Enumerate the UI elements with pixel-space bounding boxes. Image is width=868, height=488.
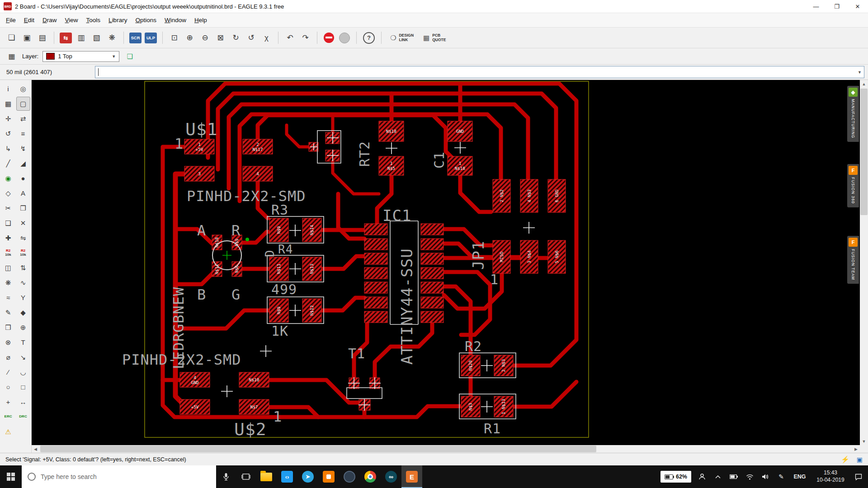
smd-pad[interactable] bbox=[421, 239, 443, 250]
microphone-icon[interactable] bbox=[216, 465, 236, 488]
vertical-scroll-thumb[interactable] bbox=[860, 89, 868, 215]
show-tool[interactable]: ◎ bbox=[16, 82, 30, 96]
open-icon[interactable]: ❏ bbox=[5, 31, 19, 45]
origin-cross-marker[interactable] bbox=[222, 251, 231, 260]
silk-label[interactable]: C1 bbox=[431, 151, 447, 169]
command-input[interactable]: ▼ bbox=[95, 66, 864, 78]
taskbar-app-infinity[interactable]: ∞ bbox=[381, 465, 401, 488]
silk-label[interactable]: PINHD-2X2-SMD bbox=[122, 351, 241, 368]
rotate-tool[interactable]: ↺ bbox=[1, 127, 15, 141]
action-center-icon[interactable] bbox=[854, 468, 863, 486]
print-icon[interactable]: ▤ bbox=[35, 31, 49, 45]
command-dropdown-icon[interactable]: ▼ bbox=[858, 70, 862, 75]
smd-pad[interactable] bbox=[421, 267, 443, 279]
smd-pad[interactable] bbox=[421, 224, 443, 235]
value-tool[interactable]: R210k bbox=[16, 246, 30, 260]
silk-label[interactable]: 499 bbox=[271, 282, 297, 297]
redo-icon[interactable]: ↷ bbox=[298, 31, 312, 45]
miter-tool[interactable]: ◢ bbox=[16, 156, 30, 170]
design-link-button[interactable]: ❍DESIGNLINK bbox=[386, 32, 418, 44]
meander-tool[interactable]: ≈ bbox=[1, 291, 15, 305]
silk-label[interactable]: A bbox=[197, 222, 206, 239]
start-button[interactable] bbox=[0, 465, 22, 488]
arc-tool[interactable]: ◡ bbox=[16, 365, 30, 379]
silk-label[interactable]: B bbox=[197, 286, 206, 303]
layer-stack-icon[interactable]: ▧ bbox=[90, 31, 104, 45]
text-tool[interactable]: A bbox=[16, 186, 30, 200]
silk-label[interactable]: 1 bbox=[490, 272, 499, 287]
taskbar-search[interactable]: Type here to search bbox=[22, 465, 216, 488]
copper-trace[interactable] bbox=[460, 175, 491, 212]
autorouter-status-icon[interactable]: ⚡ bbox=[841, 455, 849, 464]
copper-trace[interactable] bbox=[513, 382, 576, 407]
silk-label[interactable]: R4 bbox=[278, 243, 293, 256]
command-history-icon[interactable]: χ bbox=[259, 31, 274, 45]
origin-cross-marker[interactable] bbox=[481, 401, 493, 413]
zoom-fit-icon[interactable]: ⊡ bbox=[167, 31, 181, 45]
line-tool[interactable]: ∕ bbox=[1, 365, 15, 379]
polygon-tool[interactable]: ◇ bbox=[1, 186, 15, 200]
copper-trace[interactable] bbox=[175, 229, 212, 244]
hidden-icons-chevron-icon[interactable] bbox=[713, 468, 723, 486]
group-tool[interactable]: ▢ bbox=[16, 97, 30, 111]
scroll-left-icon[interactable]: ◀ bbox=[32, 445, 39, 453]
wire-tool[interactable]: ╱ bbox=[1, 156, 15, 170]
layer-dropdown[interactable]: 1 Top ▼ bbox=[42, 51, 119, 62]
taskbar-clock[interactable]: 15:43 10-04-2019 bbox=[813, 469, 848, 483]
menu-draw[interactable]: Draw bbox=[38, 14, 61, 26]
ratsnest-tool[interactable]: ❋ bbox=[1, 276, 15, 290]
pcb-quote-button[interactable]: ▦PCBQUOTE bbox=[419, 32, 450, 44]
silk-label[interactable]: U$2 bbox=[234, 419, 267, 439]
horizontal-scrollbar[interactable]: ◀ ▶ bbox=[32, 445, 860, 453]
circle-tool[interactable]: ○ bbox=[1, 380, 15, 394]
hammer-tool[interactable]: T bbox=[16, 335, 30, 349]
sheet-icon[interactable]: ▥ bbox=[74, 31, 88, 45]
pcb-board[interactable]: 1+5V2N$1734N$181N$5GND1N$182 N$24 N$36 G… bbox=[32, 80, 860, 445]
blank-tool[interactable] bbox=[16, 425, 30, 439]
silk-label[interactable]: JP1 bbox=[469, 241, 487, 270]
move-tool[interactable]: ✛ bbox=[1, 112, 15, 126]
board-canvas[interactable]: 1+5V2N$1734N$181N$5GND1N$182 N$24 N$36 G… bbox=[32, 80, 860, 445]
plus-tool[interactable]: + bbox=[1, 395, 15, 409]
via-tool[interactable]: ◉ bbox=[1, 171, 15, 185]
erc-tool[interactable]: ERC bbox=[1, 410, 15, 424]
stop-icon[interactable] bbox=[324, 33, 334, 43]
zoom-select-icon[interactable]: ⊠ bbox=[213, 31, 227, 45]
silk-label[interactable]: R2 bbox=[465, 338, 482, 354]
origin-cross-marker[interactable] bbox=[289, 263, 301, 275]
volume-icon[interactable] bbox=[760, 468, 770, 486]
smd-pad[interactable] bbox=[364, 282, 387, 293]
smash-tool[interactable]: ◫ bbox=[1, 261, 15, 275]
silk-label[interactable]: RT2 bbox=[357, 141, 373, 167]
via-dot[interactable] bbox=[245, 238, 249, 241]
language-indicator[interactable]: ENG bbox=[792, 468, 807, 486]
menu-options[interactable]: Options bbox=[131, 14, 160, 26]
replace-tool[interactable]: ⇋ bbox=[16, 231, 30, 245]
optimize-tool[interactable]: ∿ bbox=[16, 276, 30, 290]
silk-label[interactable]: 1 bbox=[273, 408, 282, 425]
origin-cross-marker[interactable] bbox=[454, 142, 466, 154]
silk-label[interactable]: R bbox=[231, 222, 241, 239]
split-tool[interactable]: Y bbox=[16, 291, 30, 305]
lock-tool[interactable]: ◆ bbox=[16, 305, 30, 319]
ripup-tool[interactable]: ↯ bbox=[16, 141, 30, 155]
silk-label[interactable]: D bbox=[263, 249, 277, 257]
smd-pad[interactable] bbox=[421, 297, 443, 308]
add-tool[interactable]: ✚ bbox=[1, 231, 15, 245]
ulp-button[interactable]: ULP bbox=[145, 33, 157, 43]
origin-cross-marker[interactable] bbox=[289, 225, 301, 236]
minimize-button[interactable]: — bbox=[806, 0, 826, 13]
taskbar-app-chrome[interactable] bbox=[360, 465, 381, 488]
zoom-in-icon[interactable]: ⊕ bbox=[183, 31, 197, 45]
horizontal-scroll-thumb[interactable] bbox=[40, 446, 596, 452]
silk-label[interactable]: IC1 bbox=[382, 206, 411, 225]
smd-pad[interactable] bbox=[421, 311, 443, 323]
fusion-360-tab[interactable]: F FUSION 360 bbox=[847, 164, 859, 207]
silk-label[interactable]: ATTINY44-SSU bbox=[398, 248, 416, 365]
menu-view[interactable]: View bbox=[61, 14, 82, 26]
silk-label[interactable]: U$1 bbox=[185, 119, 218, 139]
smd-pad[interactable] bbox=[421, 282, 443, 293]
display-tool[interactable]: ▦ bbox=[1, 97, 15, 111]
menu-tools[interactable]: Tools bbox=[82, 14, 105, 26]
route-tool[interactable]: ↳ bbox=[1, 141, 15, 155]
